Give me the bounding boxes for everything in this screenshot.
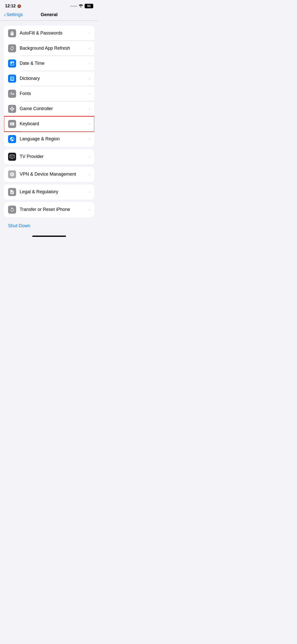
game-controller-icon	[8, 105, 16, 113]
game-controller-chevron: ›	[89, 107, 90, 111]
tv-settings-group: TV Provider ›	[4, 149, 94, 164]
dictionary-chevron: ›	[89, 76, 90, 81]
transfer-chevron: ›	[89, 207, 90, 212]
settings-row-fonts[interactable]: Aa Fonts ›	[4, 86, 94, 101]
autofill-icon	[8, 29, 16, 37]
svg-point-0	[80, 7, 81, 7]
shut-down-peek[interactable]: Shut Down	[4, 220, 94, 229]
language-region-chevron: ›	[89, 137, 90, 141]
keyboard-icon	[8, 120, 16, 128]
tv-provider-icon	[8, 153, 16, 161]
keyboard-label: Keyboard	[20, 121, 89, 126]
settings-row-transfer[interactable]: Transfer or Reset iPhone ›	[4, 202, 94, 217]
settings-row-legal[interactable]: Legal & Regulatory ›	[4, 184, 94, 200]
home-indicator	[0, 234, 98, 238]
dictionary-icon	[8, 75, 16, 83]
battery-indicator: 93	[85, 4, 93, 8]
status-icons: 93	[71, 4, 93, 8]
legal-label: Legal & Regulatory	[20, 189, 89, 195]
page-title: General	[41, 12, 57, 17]
status-bar: 12:12 🔕 93	[0, 0, 98, 11]
svg-rect-1	[10, 158, 14, 158]
transfer-icon	[8, 206, 16, 214]
nav-bar: ‹ Settings General	[0, 11, 98, 20]
background-refresh-label: Background App Refresh	[20, 46, 89, 51]
autofill-chevron: ›	[89, 31, 90, 36]
svg-point-2	[12, 158, 12, 159]
dictionary-label: Dictionary	[20, 76, 89, 81]
back-chevron-icon: ‹	[4, 12, 6, 18]
bell-icon: 🔕	[17, 4, 21, 8]
vpn-icon	[8, 170, 16, 178]
back-label: Settings	[7, 12, 23, 17]
shut-down-label: Shut Down	[8, 223, 30, 228]
language-region-icon	[8, 135, 16, 143]
transfer-label: Transfer or Reset iPhone	[20, 207, 89, 212]
settings-row-language-region[interactable]: Language & Region ›	[4, 132, 94, 147]
transfer-settings-group: Transfer or Reset iPhone ›	[4, 202, 94, 217]
tv-provider-chevron: ›	[89, 154, 90, 159]
vpn-chevron: ›	[89, 172, 90, 177]
signal-dots	[71, 6, 77, 7]
tv-provider-label: TV Provider	[20, 154, 89, 159]
settings-row-keyboard[interactable]: Keyboard ›	[4, 116, 94, 132]
language-region-label: Language & Region	[20, 136, 89, 142]
settings-row-date-time[interactable]: Date & Time ›	[4, 56, 94, 71]
game-controller-label: Game Controller	[20, 106, 89, 111]
settings-row-dictionary[interactable]: Dictionary ›	[4, 71, 94, 86]
settings-row-background-refresh[interactable]: Background App Refresh ›	[4, 41, 94, 56]
settings-row-autofill[interactable]: AutoFill & Passwords ›	[4, 26, 94, 41]
fonts-icon: Aa	[8, 90, 16, 98]
fonts-label: Fonts	[20, 91, 89, 96]
legal-chevron: ›	[89, 190, 90, 194]
home-bar	[32, 236, 66, 237]
fonts-chevron: ›	[89, 91, 90, 96]
date-time-chevron: ›	[89, 61, 90, 66]
date-time-icon	[8, 59, 16, 68]
settings-content: AutoFill & Passwords › Background App Re…	[0, 21, 98, 234]
keyboard-chevron: ›	[89, 122, 90, 126]
vpn-settings-group: VPN & Device Management ›	[4, 167, 94, 182]
main-settings-group: AutoFill & Passwords › Background App Re…	[4, 26, 94, 147]
settings-row-vpn[interactable]: VPN & Device Management ›	[4, 167, 94, 182]
background-refresh-chevron: ›	[89, 46, 90, 51]
date-time-label: Date & Time	[20, 61, 89, 66]
status-time: 12:12	[5, 4, 16, 9]
settings-row-game-controller[interactable]: Game Controller ›	[4, 101, 94, 116]
back-button[interactable]: ‹ Settings	[4, 12, 23, 18]
legal-icon	[8, 188, 16, 196]
wifi-icon	[79, 4, 83, 8]
vpn-label: VPN & Device Management	[20, 172, 89, 177]
settings-row-tv-provider[interactable]: TV Provider ›	[4, 149, 94, 164]
autofill-label: AutoFill & Passwords	[20, 30, 89, 36]
legal-settings-group: Legal & Regulatory ›	[4, 184, 94, 200]
background-refresh-icon	[8, 44, 16, 52]
